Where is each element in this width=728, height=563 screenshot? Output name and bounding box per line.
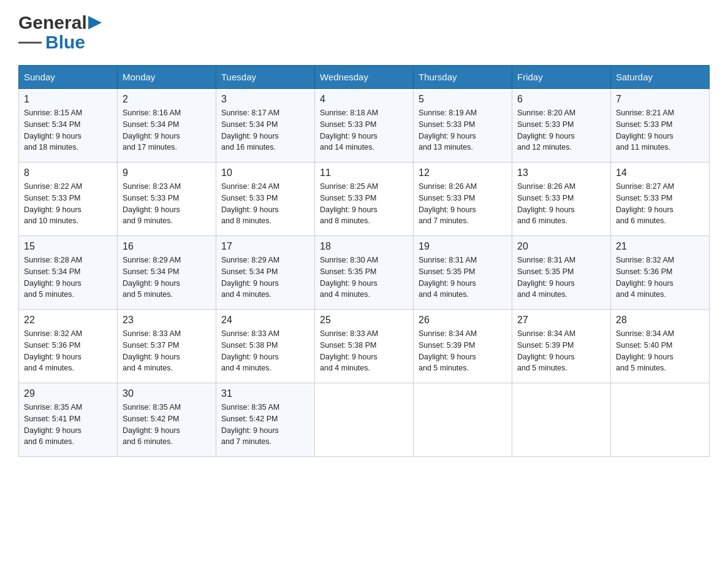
week-row-4: 22Sunrise: 8:32 AM Sunset: 5:36 PM Dayli… xyxy=(19,310,710,383)
day-info: Sunrise: 8:19 AM Sunset: 5:33 PM Dayligh… xyxy=(419,107,507,153)
day-number: 23 xyxy=(123,315,211,326)
day-number: 11 xyxy=(320,167,408,178)
day-info: Sunrise: 8:34 AM Sunset: 5:39 PM Dayligh… xyxy=(419,328,507,374)
day-info: Sunrise: 8:35 AM Sunset: 5:41 PM Dayligh… xyxy=(24,402,112,448)
day-cell: 9Sunrise: 8:23 AM Sunset: 5:33 PM Daylig… xyxy=(118,163,216,236)
weekday-header-monday: Monday xyxy=(118,66,216,89)
day-cell xyxy=(315,383,414,457)
day-info: Sunrise: 8:33 AM Sunset: 5:38 PM Dayligh… xyxy=(320,328,408,374)
day-cell: 27Sunrise: 8:34 AM Sunset: 5:39 PM Dayli… xyxy=(512,310,611,383)
day-number: 15 xyxy=(24,241,112,252)
day-info: Sunrise: 8:32 AM Sunset: 5:36 PM Dayligh… xyxy=(616,255,704,301)
day-cell: 19Sunrise: 8:31 AM Sunset: 5:35 PM Dayli… xyxy=(414,236,512,310)
day-number: 9 xyxy=(123,167,211,178)
day-info: Sunrise: 8:26 AM Sunset: 5:33 PM Dayligh… xyxy=(517,181,605,227)
week-row-3: 15Sunrise: 8:28 AM Sunset: 5:34 PM Dayli… xyxy=(19,236,710,310)
day-number: 5 xyxy=(419,94,507,105)
day-info: Sunrise: 8:32 AM Sunset: 5:36 PM Dayligh… xyxy=(24,328,112,374)
day-number: 26 xyxy=(419,315,507,326)
day-number: 29 xyxy=(24,388,112,399)
day-cell: 11Sunrise: 8:25 AM Sunset: 5:33 PM Dayli… xyxy=(315,163,414,236)
day-number: 27 xyxy=(517,315,605,326)
day-info: Sunrise: 8:20 AM Sunset: 5:33 PM Dayligh… xyxy=(517,107,605,153)
day-info: Sunrise: 8:35 AM Sunset: 5:42 PM Dayligh… xyxy=(123,402,211,448)
day-cell: 16Sunrise: 8:29 AM Sunset: 5:34 PM Dayli… xyxy=(118,236,216,310)
weekday-header-row: SundayMondayTuesdayWednesdayThursdayFrid… xyxy=(19,66,710,89)
day-cell xyxy=(414,383,512,457)
day-cell: 4Sunrise: 8:18 AM Sunset: 5:33 PM Daylig… xyxy=(315,89,414,163)
day-cell: 6Sunrise: 8:20 AM Sunset: 5:33 PM Daylig… xyxy=(512,89,611,163)
day-info: Sunrise: 8:25 AM Sunset: 5:33 PM Dayligh… xyxy=(320,181,408,227)
day-number: 3 xyxy=(221,94,309,105)
day-number: 18 xyxy=(320,241,408,252)
day-cell: 20Sunrise: 8:31 AM Sunset: 5:35 PM Dayli… xyxy=(512,236,611,310)
day-number: 10 xyxy=(221,167,309,178)
day-cell: 24Sunrise: 8:33 AM Sunset: 5:38 PM Dayli… xyxy=(216,310,315,383)
day-cell: 10Sunrise: 8:24 AM Sunset: 5:33 PM Dayli… xyxy=(216,163,315,236)
day-info: Sunrise: 8:27 AM Sunset: 5:33 PM Dayligh… xyxy=(616,181,704,227)
day-number: 4 xyxy=(320,94,408,105)
day-info: Sunrise: 8:31 AM Sunset: 5:35 PM Dayligh… xyxy=(419,255,507,301)
day-cell: 30Sunrise: 8:35 AM Sunset: 5:42 PM Dayli… xyxy=(118,383,216,457)
weekday-header-friday: Friday xyxy=(512,66,611,89)
week-row-2: 8Sunrise: 8:22 AM Sunset: 5:33 PM Daylig… xyxy=(19,163,710,236)
logo-divider xyxy=(18,42,42,44)
day-info: Sunrise: 8:33 AM Sunset: 5:37 PM Dayligh… xyxy=(123,328,211,374)
day-info: Sunrise: 8:34 AM Sunset: 5:39 PM Dayligh… xyxy=(517,328,605,374)
logo-arrow-icon xyxy=(88,16,102,29)
day-number: 20 xyxy=(517,241,605,252)
day-cell xyxy=(611,383,710,457)
week-row-1: 1Sunrise: 8:15 AM Sunset: 5:34 PM Daylig… xyxy=(19,89,710,163)
day-cell: 25Sunrise: 8:33 AM Sunset: 5:38 PM Dayli… xyxy=(315,310,414,383)
day-number: 16 xyxy=(123,241,211,252)
logo-top-row: General xyxy=(18,12,102,33)
day-cell xyxy=(512,383,611,457)
day-info: Sunrise: 8:16 AM Sunset: 5:34 PM Dayligh… xyxy=(123,107,211,153)
day-number: 30 xyxy=(123,388,211,399)
weekday-header-sunday: Sunday xyxy=(19,66,118,89)
day-number: 14 xyxy=(616,167,704,178)
day-cell: 5Sunrise: 8:19 AM Sunset: 5:33 PM Daylig… xyxy=(414,89,512,163)
week-row-5: 29Sunrise: 8:35 AM Sunset: 5:41 PM Dayli… xyxy=(19,383,710,457)
page-header: General Blue xyxy=(18,12,710,53)
day-number: 6 xyxy=(517,94,605,105)
day-number: 1 xyxy=(24,94,112,105)
day-info: Sunrise: 8:24 AM Sunset: 5:33 PM Dayligh… xyxy=(221,181,309,227)
day-cell: 7Sunrise: 8:21 AM Sunset: 5:33 PM Daylig… xyxy=(611,89,710,163)
day-cell: 12Sunrise: 8:26 AM Sunset: 5:33 PM Dayli… xyxy=(414,163,512,236)
day-cell: 22Sunrise: 8:32 AM Sunset: 5:36 PM Dayli… xyxy=(19,310,118,383)
day-info: Sunrise: 8:31 AM Sunset: 5:35 PM Dayligh… xyxy=(517,255,605,301)
day-number: 13 xyxy=(517,167,605,178)
logo: General Blue xyxy=(18,12,102,53)
day-cell: 28Sunrise: 8:34 AM Sunset: 5:40 PM Dayli… xyxy=(611,310,710,383)
day-info: Sunrise: 8:35 AM Sunset: 5:42 PM Dayligh… xyxy=(221,402,309,448)
weekday-header-tuesday: Tuesday xyxy=(216,66,315,89)
day-cell: 17Sunrise: 8:29 AM Sunset: 5:34 PM Dayli… xyxy=(216,236,315,310)
day-info: Sunrise: 8:29 AM Sunset: 5:34 PM Dayligh… xyxy=(123,255,211,301)
day-number: 19 xyxy=(419,241,507,252)
day-number: 21 xyxy=(616,241,704,252)
svg-marker-0 xyxy=(88,16,102,29)
day-number: 28 xyxy=(616,315,704,326)
day-number: 24 xyxy=(221,315,309,326)
day-cell: 23Sunrise: 8:33 AM Sunset: 5:37 PM Dayli… xyxy=(118,310,216,383)
day-info: Sunrise: 8:29 AM Sunset: 5:34 PM Dayligh… xyxy=(221,255,309,301)
day-info: Sunrise: 8:17 AM Sunset: 5:34 PM Dayligh… xyxy=(221,107,309,153)
day-cell: 2Sunrise: 8:16 AM Sunset: 5:34 PM Daylig… xyxy=(118,89,216,163)
day-info: Sunrise: 8:18 AM Sunset: 5:33 PM Dayligh… xyxy=(320,107,408,153)
day-cell: 18Sunrise: 8:30 AM Sunset: 5:35 PM Dayli… xyxy=(315,236,414,310)
day-cell: 3Sunrise: 8:17 AM Sunset: 5:34 PM Daylig… xyxy=(216,89,315,163)
day-cell: 15Sunrise: 8:28 AM Sunset: 5:34 PM Dayli… xyxy=(19,236,118,310)
weekday-header-wednesday: Wednesday xyxy=(315,66,414,89)
day-info: Sunrise: 8:15 AM Sunset: 5:34 PM Dayligh… xyxy=(24,107,112,153)
weekday-header-saturday: Saturday xyxy=(611,66,710,89)
day-cell: 8Sunrise: 8:22 AM Sunset: 5:33 PM Daylig… xyxy=(19,163,118,236)
logo-blue-text: Blue xyxy=(45,32,85,53)
day-number: 31 xyxy=(221,388,309,399)
logo-general-text: General xyxy=(18,12,87,33)
day-number: 12 xyxy=(419,167,507,178)
day-info: Sunrise: 8:23 AM Sunset: 5:33 PM Dayligh… xyxy=(123,181,211,227)
calendar-table: SundayMondayTuesdayWednesdayThursdayFrid… xyxy=(18,65,710,457)
day-info: Sunrise: 8:33 AM Sunset: 5:38 PM Dayligh… xyxy=(221,328,309,374)
day-info: Sunrise: 8:21 AM Sunset: 5:33 PM Dayligh… xyxy=(616,107,704,153)
